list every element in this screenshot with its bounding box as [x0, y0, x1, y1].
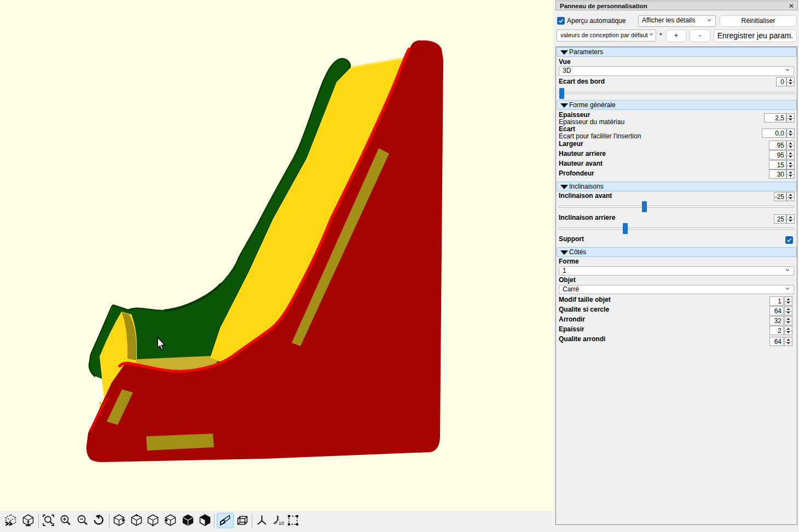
svg-text:10: 10 — [279, 521, 284, 526]
